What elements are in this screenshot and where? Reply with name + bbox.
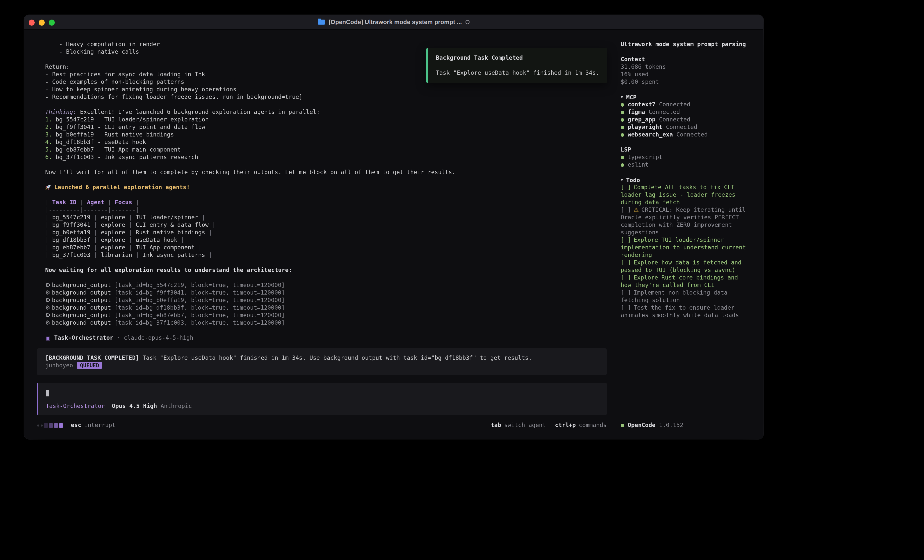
table-pipe: | xyxy=(90,229,101,236)
mcp-server-status: Connected xyxy=(666,123,697,130)
table-pipe: | xyxy=(198,214,205,221)
close-button[interactable] xyxy=(28,19,34,25)
focus-cell: TUI App component xyxy=(136,244,195,251)
thinking-label: Thinking: xyxy=(45,108,76,115)
mcp-server-status: Connected xyxy=(659,116,690,123)
status-dot-icon xyxy=(621,108,628,116)
table-row: | bg_eb87ebb7 | explore | TUI App compon… xyxy=(45,244,607,252)
agent-list-item: 5.bg_eb87ebb7 - TUI App main component xyxy=(45,146,607,154)
todo-section: Todo [ ]Complete ALL tasks to fix CLI lo… xyxy=(621,176,756,319)
agent-cell: explore xyxy=(101,229,125,236)
table-row: | bg_5547c219 | explore | TUI loader/spi… xyxy=(45,214,607,221)
lsp-items: typescripteslint xyxy=(621,154,756,169)
table-separator: |---------|-------|-------| xyxy=(45,206,607,214)
todo-item: [ ]Explore Rust core bindings and how th… xyxy=(621,274,751,289)
list-number: 1. xyxy=(45,116,52,123)
todo-text: Test the fix to ensure loader animates s… xyxy=(621,304,739,319)
launched-text: Launched 6 parallel exploration agents! xyxy=(54,184,190,191)
sidebar: Ultrawork mode system prompt parsing Con… xyxy=(614,30,763,439)
minimize-button[interactable] xyxy=(39,19,45,25)
agent-name: Task-Orchestrator xyxy=(54,334,113,341)
tool-call-line: background_output[task_id=bg_b0effa19, b… xyxy=(45,296,607,304)
table-pipe: | xyxy=(125,221,136,228)
session-title: Ultrawork mode system prompt parsing xyxy=(621,40,756,48)
todo-item: [ ]Implement non-blocking data fetching … xyxy=(621,289,751,304)
task-id-cell: bg_b0effa19 xyxy=(52,229,90,236)
tool-name: background_output xyxy=(52,281,111,289)
completed-label: [BACKGROUND TASK COMPLETED] xyxy=(45,354,139,361)
todo-item: [ ]CRITICAL: Keep iterating until Oracle… xyxy=(621,206,751,237)
status-bar-right: tabswitch agent ctrl+pcommands xyxy=(490,422,607,429)
lsp-header: LSP xyxy=(621,146,756,154)
focus-cell: Ink async patterns xyxy=(142,252,205,258)
table-pipe: | xyxy=(45,221,52,228)
gear-icon xyxy=(45,311,52,319)
tool-call-list: background_output[task_id=bg_5547c219, b… xyxy=(45,281,607,327)
completed-text: Task "Explore useData hook" finished in … xyxy=(139,354,532,361)
return-item: - Recommendations for fixing loader free… xyxy=(45,93,607,101)
text-cursor xyxy=(46,390,49,397)
tool-params: [task_id=bg_37f1c003, block=true, timeou… xyxy=(114,319,285,326)
tool-params: [task_id=bg_f9ff3041, block=true, timeou… xyxy=(114,289,285,296)
agent-list-text: bg_5547c219 - TUI loader/spinner explora… xyxy=(56,116,208,123)
ctrlp-key-label: commands xyxy=(579,422,607,428)
task-id-cell: bg_df18bb3f xyxy=(52,237,90,243)
task-id-cell: bg_5547c219 xyxy=(52,214,90,221)
thinking-line: Thinking: Excellent! I've launched 6 bac… xyxy=(45,108,607,116)
lsp-server-name: typescript xyxy=(628,154,663,160)
tool-call-line: background_output[task_id=bg_5547c219, b… xyxy=(45,281,607,289)
tool-name: background_output xyxy=(52,296,111,304)
commands-hint: ctrl+pcommands xyxy=(555,422,607,429)
mcp-item: context7Connected xyxy=(621,101,756,108)
agent-list-text: bg_b0effa19 - Rust native bindings xyxy=(56,131,174,138)
screen: [OpenCode] Ultrawork mode system prompt … xyxy=(0,0,924,560)
table-pipe: | xyxy=(90,221,101,228)
zoom-button[interactable] xyxy=(49,19,55,25)
mcp-server-name: figma xyxy=(628,108,645,115)
table-row: | bg_b0effa19 | explore | Rust native bi… xyxy=(45,229,607,237)
agent-list-item: 6.bg_37f1c003 - Ink async patterns resea… xyxy=(45,154,607,161)
window-title: [OpenCode] Ultrawork mode system prompt … xyxy=(318,18,470,26)
traffic-lights xyxy=(28,15,55,30)
todo-header-label: Todo xyxy=(626,177,640,184)
mcp-server-status: Connected xyxy=(659,101,690,108)
mcp-items: context7ConnectedfigmaConnectedgrep_appC… xyxy=(621,101,756,138)
agent-icon xyxy=(45,334,54,341)
todo-text: Complete ALL tasks to fix CLI loader lag… xyxy=(621,184,735,206)
tool-name: background_output xyxy=(52,289,111,296)
agent-cell: explore xyxy=(101,237,125,243)
status-dot-icon xyxy=(621,123,628,131)
status-dot-icon xyxy=(621,116,628,123)
agent-list-item: 2.bg_f9ff3041 - CLI entry point and data… xyxy=(45,123,607,131)
conversation-pane: - Heavy computation in render - Blocking… xyxy=(24,30,614,439)
rocket-icon xyxy=(45,184,52,192)
input-footer: Task-OrchestratorOpus 4.5 HighAnthropic xyxy=(46,403,192,410)
mcp-header[interactable]: MCP xyxy=(621,93,756,101)
toast-notification[interactable]: Background Task Completed Task "Explore … xyxy=(426,48,607,83)
gear-icon xyxy=(45,281,52,289)
status-dot-icon xyxy=(621,131,628,138)
todo-checkbox: [ ] xyxy=(621,289,631,296)
table-pipe: | xyxy=(205,229,212,236)
table-pipe: | xyxy=(132,252,142,258)
focus-cell: CLI entry & data flow xyxy=(136,221,208,228)
table-header-task-id: Task ID xyxy=(52,199,76,206)
prompt-input[interactable]: Task-OrchestratorOpus 4.5 HighAnthropic xyxy=(37,383,607,415)
table-pipe: | xyxy=(125,244,136,251)
window-body: - Heavy computation in render - Blocking… xyxy=(24,30,763,439)
completed-message-line: [BACKGROUND TASK COMPLETED] Task "Explor… xyxy=(45,354,598,362)
status-bar: esc interrupt tabswitch agent ctrl+pcomm… xyxy=(37,422,607,429)
table-pipe: | xyxy=(90,244,101,251)
agent-header-line: Task-Orchestrator·claude-opus-4-5-high xyxy=(45,334,607,342)
toast-body: Task "Explore useData hook" finished in … xyxy=(436,69,601,77)
toast-title: Background Task Completed xyxy=(436,54,601,62)
queued-badge: QUEUED xyxy=(77,362,102,369)
tool-name: background_output xyxy=(52,311,111,319)
tool-params: [task_id=bg_b0effa19, block=true, timeou… xyxy=(114,296,285,304)
mcp-server-status: Connected xyxy=(676,131,708,138)
list-number: 3. xyxy=(45,131,52,138)
agent-launch-list: 1.bg_5547c219 - TUI loader/spinner explo… xyxy=(45,116,607,161)
todo-header[interactable]: Todo xyxy=(621,176,756,184)
table-header-row: | Task ID | Agent | Focus | xyxy=(45,199,607,206)
context-lines: 31,686 tokens16% used$0.00 spent xyxy=(621,63,756,86)
